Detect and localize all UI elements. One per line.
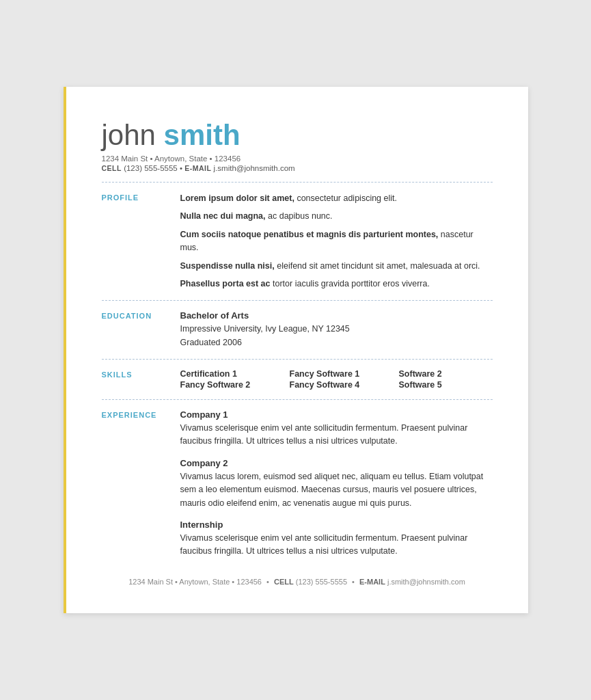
profile-rest-2: ac dapibus nunc.: [268, 211, 333, 221]
name-heading: john smith: [102, 120, 493, 151]
edu-university: Impressive University, Ivy League, NY 12…: [180, 322, 493, 336]
exp-entry-1: Company 1 Vivamus scelerisque enim vel a…: [180, 409, 493, 448]
skill-6: Software 5: [399, 380, 495, 390]
profile-para-3: Cum sociis natoque penatibus et magnis d…: [180, 228, 493, 254]
education-label: EDUCATION: [102, 310, 180, 320]
email-label: E-MAIL: [184, 164, 211, 172]
education-section: EDUCATION Bachelor of Arts Impressive Un…: [102, 310, 493, 349]
company-3-name: Internship: [180, 520, 493, 530]
skill-4: Fancy Software 2: [180, 380, 290, 390]
education-divider: [102, 359, 493, 360]
skills-label: SKILLS: [102, 369, 180, 379]
profile-label: PROFILE: [102, 192, 180, 202]
profile-rest-1: consectetur adipiscing elit.: [297, 193, 397, 203]
profile-bold-1: Lorem ipsum dolor sit amet,: [180, 193, 294, 203]
page-wrapper: john smith 1234 Main St • Anytown, State…: [0, 0, 591, 700]
profile-bold-3: Cum sociis natoque penatibus et magnis d…: [180, 230, 439, 239]
exp-entry-3: Internship Vivamus scelerisque enim vel …: [180, 520, 493, 558]
company-1-desc: Vivamus scelerisque enim vel ante sollic…: [180, 422, 493, 448]
profile-para-5: Phasellus porta est ac tortor iaculis gr…: [180, 278, 493, 291]
exp-entry-2: Company 2 Vivamus lacus lorem, euismod s…: [180, 458, 493, 510]
profile-para-1: Lorem ipsum dolor sit amet, consectetur …: [180, 192, 493, 205]
profile-bold-4: Suspendisse nulla nisi,: [180, 261, 275, 271]
profile-para-4: Suspendisse nulla nisi, eleifend sit ame…: [180, 260, 493, 273]
edu-degree: Bachelor of Arts: [180, 310, 493, 321]
contact-line: CELL (123) 555-5555 • E-MAIL j.smith@joh…: [102, 164, 493, 172]
company-2-desc: Vivamus lacus lorem, euismod sed aliquet…: [180, 470, 493, 510]
header-divider: [102, 182, 493, 183]
skill-1: Certification 1: [180, 369, 290, 379]
profile-rest-4: eleifend sit amet tincidunt sit amet, ma…: [277, 261, 480, 271]
footer-email: j.smith@johnsmith.com: [387, 578, 465, 586]
resume-header: john smith 1234 Main St • Anytown, State…: [102, 120, 493, 172]
resume-document: john smith 1234 Main St • Anytown, State…: [64, 87, 528, 612]
cell-value: (123) 555-5555: [124, 164, 178, 172]
company-3-desc: Vivamus scelerisque enim vel ante sollic…: [180, 532, 493, 558]
profile-para-2: Nulla nec dui magna, ac dapibus nunc.: [180, 210, 493, 223]
profile-divider: [102, 300, 493, 301]
education-content: Bachelor of Arts Impressive University, …: [180, 310, 493, 349]
first-name: john: [102, 119, 156, 151]
experience-label: EXPERIENCE: [102, 409, 180, 419]
edu-graduated: Graduated 2006: [180, 336, 493, 349]
profile-bold-2: Nulla nec dui magna,: [180, 211, 266, 221]
email-value: j.smith@johnsmith.com: [214, 164, 295, 172]
address-line: 1234 Main St • Anytown, State • 123456: [102, 154, 493, 163]
skills-content: Certification 1 Fancy Software 1 Softwar…: [180, 369, 495, 390]
skills-divider: [102, 399, 493, 400]
experience-content: Company 1 Vivamus scelerisque enim vel a…: [180, 409, 493, 558]
resume-footer: 1234 Main St • Anytown, State • 123456 •…: [102, 578, 493, 586]
footer-cell-label: CELL: [274, 578, 294, 586]
skill-3: Software 2: [399, 369, 495, 379]
last-name: smith: [164, 119, 240, 151]
skill-2: Fancy Software 1: [290, 369, 399, 379]
footer-cell: (123) 555-5555: [296, 578, 347, 586]
experience-section: EXPERIENCE Company 1 Vivamus scelerisque…: [102, 409, 493, 558]
cell-label: CELL: [102, 164, 122, 172]
skills-section: SKILLS Certification 1 Fancy Software 1 …: [102, 369, 493, 390]
profile-bold-5: Phasellus porta est ac: [180, 279, 271, 288]
profile-rest-5: tortor iaculis gravida porttitor eros vi…: [273, 279, 430, 288]
skills-grid: Certification 1 Fancy Software 1 Softwar…: [180, 369, 495, 390]
footer-email-label: E-MAIL: [359, 578, 385, 586]
footer-address: 1234 Main St • Anytown, State • 123456: [128, 578, 262, 586]
skill-5: Fancy Software 4: [290, 380, 399, 390]
profile-content: Lorem ipsum dolor sit amet, consectetur …: [180, 192, 493, 291]
company-1-name: Company 1: [180, 409, 493, 420]
profile-section: PROFILE Lorem ipsum dolor sit amet, cons…: [102, 192, 493, 291]
company-2-name: Company 2: [180, 458, 493, 468]
